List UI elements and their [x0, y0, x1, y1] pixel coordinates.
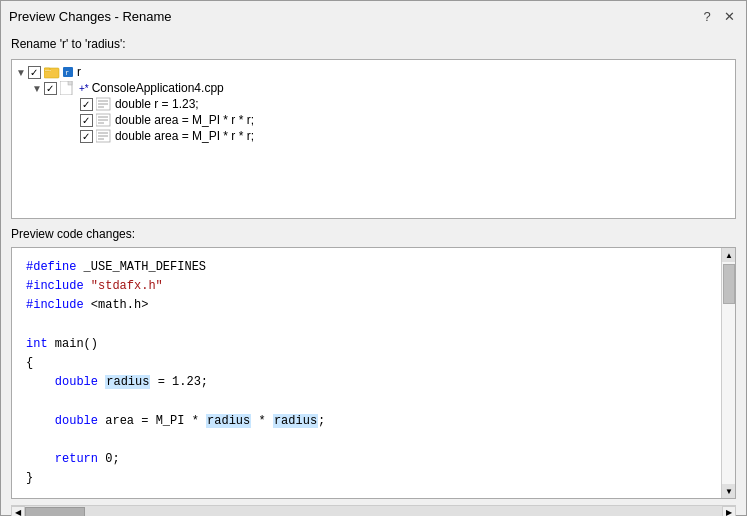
scroll-left-arrow[interactable]: ◀	[11, 506, 25, 516]
code-content[interactable]: #define _USE_MATH_DEFINES #include "stda…	[12, 248, 721, 498]
code-line-4	[26, 316, 707, 335]
checkbox-1[interactable]	[44, 82, 57, 95]
scroll-track[interactable]	[722, 262, 735, 484]
code-line-1: #define _USE_MATH_DEFINES	[26, 258, 707, 277]
tree-item-text-4: double area = M_PI * r * r;	[115, 129, 254, 143]
r-icon-0: r	[63, 67, 73, 77]
scroll-down-arrow[interactable]: ▼	[722, 484, 736, 498]
svg-rect-2	[45, 70, 51, 71]
arrow-1: ▼	[32, 83, 42, 94]
tree-panel[interactable]: ▼ r r ▼	[11, 59, 736, 219]
ref-icon-2	[96, 97, 112, 111]
code-line-8	[26, 392, 707, 411]
horizontal-scrollbar[interactable]: ◀ ▶	[11, 505, 736, 516]
tree-row-4[interactable]: ▼ double area = M_PI * r * r;	[14, 128, 733, 144]
code-line-10	[26, 431, 707, 450]
code-line-7: double radius = 1.23;	[26, 373, 707, 392]
rename-label: Rename 'r' to 'radius':	[11, 37, 736, 51]
tree-item-text-1: ConsoleApplication4.cpp	[92, 81, 224, 95]
checkbox-2[interactable]	[80, 98, 93, 111]
code-line-9: double area = M_PI * radius * radius;	[26, 412, 707, 431]
scroll-thumb[interactable]	[723, 264, 735, 304]
checkbox-0[interactable]	[28, 66, 41, 79]
scroll-h-track[interactable]	[25, 506, 722, 516]
svg-text:r: r	[65, 69, 69, 77]
arrow-0: ▼	[16, 67, 26, 78]
ref-icon-4	[96, 129, 112, 143]
close-button[interactable]: ✕	[720, 7, 738, 25]
cpp-plus-icon: +*	[79, 83, 89, 94]
tree-item-text-0: r	[77, 65, 81, 79]
vertical-scrollbar[interactable]: ▲ ▼	[721, 248, 735, 498]
code-line-6: {	[26, 354, 707, 373]
code-line-11: return 0;	[26, 450, 707, 469]
checkbox-3[interactable]	[80, 114, 93, 127]
code-line-12: }	[26, 469, 707, 488]
ref-icon-3	[96, 113, 112, 127]
svg-rect-7	[68, 81, 72, 85]
code-panel: #define _USE_MATH_DEFINES #include "stda…	[11, 247, 736, 499]
cpp-icon-1	[60, 81, 76, 95]
checkbox-4[interactable]	[80, 130, 93, 143]
scroll-right-arrow[interactable]: ▶	[722, 506, 736, 516]
scroll-up-arrow[interactable]: ▲	[722, 248, 736, 262]
tree-row-0[interactable]: ▼ r r	[14, 64, 733, 80]
help-button[interactable]: ?	[698, 7, 716, 25]
dialog: Preview Changes - Rename ? ✕ Rename 'r' …	[0, 0, 747, 516]
title-bar: Preview Changes - Rename ? ✕	[1, 1, 746, 29]
scroll-h-thumb[interactable]	[25, 507, 85, 516]
code-line-2: #include "stdafx.h"	[26, 277, 707, 296]
tree-item-text-2: double r = 1.23;	[115, 97, 199, 111]
code-line-5: int main()	[26, 335, 707, 354]
code-line-3: #include <math.h>	[26, 296, 707, 315]
tree-item-text-3: double area = M_PI * r * r;	[115, 113, 254, 127]
folder-icon-0	[44, 65, 60, 79]
tree-row-2[interactable]: ▼ double r = 1.23;	[14, 96, 733, 112]
dialog-content: Rename 'r' to 'radius': ▼ r r	[1, 29, 746, 516]
tree-row-1[interactable]: ▼ +* ConsoleApplication4.cpp	[14, 80, 733, 96]
dialog-title: Preview Changes - Rename	[9, 9, 172, 24]
title-bar-buttons: ? ✕	[698, 7, 738, 25]
tree-row-3[interactable]: ▼ double area = M_PI * r * r;	[14, 112, 733, 128]
code-preview-label: Preview code changes:	[11, 227, 736, 241]
